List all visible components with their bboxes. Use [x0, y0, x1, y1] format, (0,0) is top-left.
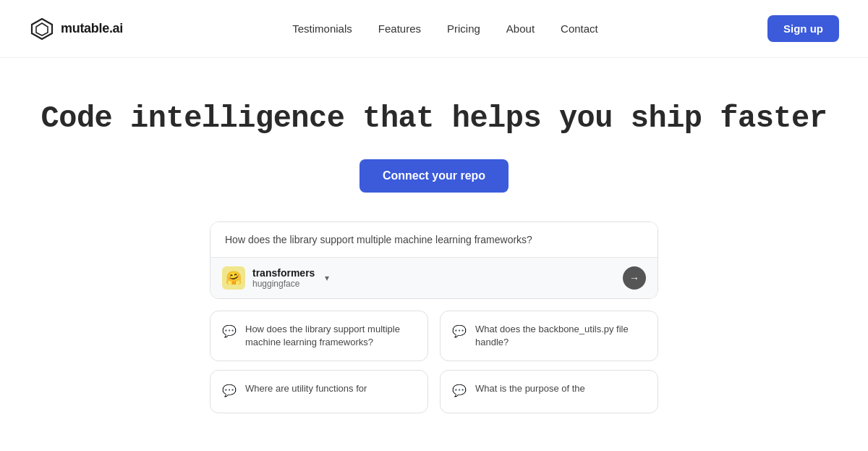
repo-details: transformers huggingface — [252, 267, 315, 289]
nav-about[interactable]: About — [506, 22, 535, 35]
header: mutable.ai Testimonials Features Pricing… — [0, 0, 868, 58]
nav-testimonials[interactable]: Testimonials — [292, 22, 352, 35]
cards-area: How does the library support multiple ma… — [210, 222, 658, 413]
chat-icon-2: 💬 — [222, 384, 238, 400]
submit-arrow-button[interactable]: → — [623, 266, 646, 290]
main-query-card: How does the library support multiple ma… — [210, 222, 658, 299]
repo-info[interactable]: 🤗 transformers huggingface ▾ — [222, 266, 329, 290]
repo-emoji-icon: 🤗 — [222, 266, 245, 290]
chat-icon-0: 💬 — [222, 324, 238, 340]
partial-card-text-1: What is the purpose of the — [475, 382, 585, 395]
partial-card-text-0: Where are utility functions for — [245, 382, 367, 395]
svg-rect-0 — [29, 16, 55, 42]
chat-icon-1: 💬 — [452, 324, 468, 340]
small-card-text-1: What does the backbone_utils.py file han… — [475, 323, 646, 349]
repo-org: huggingface — [252, 279, 315, 289]
signup-button[interactable]: Sign up — [767, 15, 839, 42]
partial-cards-row: 💬 Where are utility functions for 💬 What… — [210, 370, 658, 413]
partial-card-1[interactable]: 💬 What is the purpose of the — [440, 370, 658, 413]
logo-text: mutable.ai — [61, 21, 123, 36]
main-card-repo: 🤗 transformers huggingface ▾ → — [210, 258, 658, 298]
main-nav: Testimonials Features Pricing About Cont… — [292, 22, 598, 35]
repo-name: transformers — [252, 267, 315, 279]
query-text: How does the library support multiple ma… — [225, 234, 643, 245]
nav-contact[interactable]: Contact — [561, 22, 598, 35]
logo-icon — [29, 16, 55, 42]
small-card-text-0: How does the library support multiple ma… — [245, 323, 416, 349]
svg-marker-2 — [36, 23, 48, 35]
small-card-1[interactable]: 💬 What does the backbone_utils.py file h… — [440, 311, 658, 361]
chevron-down-icon: ▾ — [325, 273, 329, 283]
hero-title: Code intelligence that helps you ship fa… — [41, 101, 827, 136]
small-card-0[interactable]: 💬 How does the library support multiple … — [210, 311, 428, 361]
nav-features[interactable]: Features — [378, 22, 421, 35]
main-card-query: How does the library support multiple ma… — [210, 222, 658, 258]
small-cards-row: 💬 How does the library support multiple … — [210, 311, 658, 361]
chat-icon-3: 💬 — [452, 384, 468, 400]
connect-repo-button[interactable]: Connect your repo — [359, 159, 509, 193]
nav-pricing[interactable]: Pricing — [447, 22, 480, 35]
logo[interactable]: mutable.ai — [29, 16, 123, 42]
hero-section: Code intelligence that helps you ship fa… — [0, 58, 868, 413]
partial-card-0[interactable]: 💬 Where are utility functions for — [210, 370, 428, 413]
